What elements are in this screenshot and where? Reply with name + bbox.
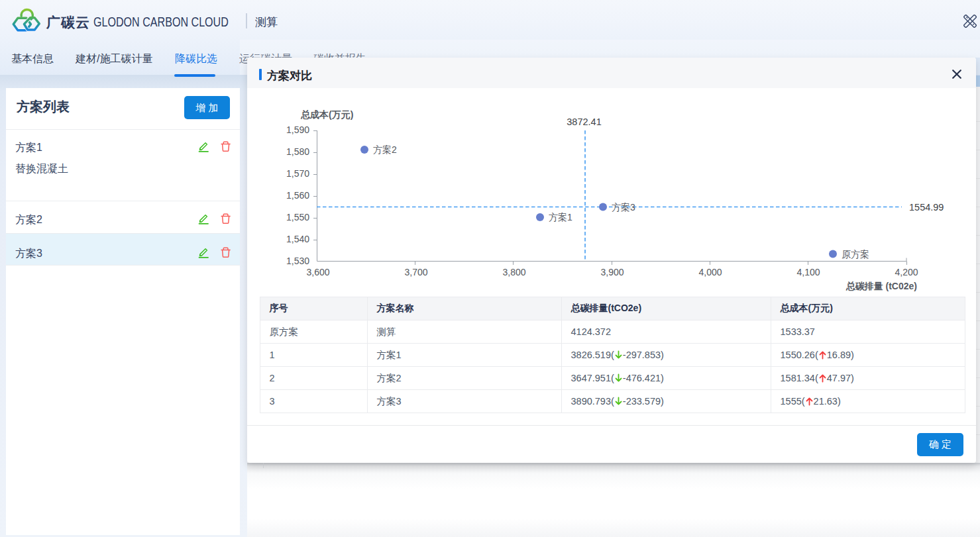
svg-text:方案1: 方案1: [549, 212, 572, 222]
svg-text:4,000: 4,000: [698, 267, 722, 277]
svg-text:3872.41: 3872.41: [567, 117, 601, 127]
svg-text:方案2: 方案2: [373, 144, 397, 155]
svg-text:1,550: 1,550: [286, 212, 309, 222]
svg-text:1,570: 1,570: [286, 168, 309, 179]
svg-text:1,530: 1,530: [286, 256, 309, 266]
svg-text:1554.99: 1554.99: [909, 202, 944, 213]
svg-text:3,800: 3,800: [502, 267, 525, 277]
svg-text:3,900: 3,900: [600, 267, 624, 277]
svg-text:总碳排量 (tC02e): 总碳排量 (tC02e): [845, 281, 917, 291]
svg-text:总成本(万元): 总成本(万元): [300, 109, 353, 120]
svg-text:4,100: 4,100: [796, 267, 820, 277]
svg-text:3,600: 3,600: [306, 267, 329, 277]
svg-text:1,560: 1,560: [286, 190, 309, 201]
svg-text:1,590: 1,590: [286, 124, 309, 135]
svg-text:1,580: 1,580: [286, 146, 309, 157]
svg-text:1,540: 1,540: [286, 234, 309, 244]
svg-text:原方案: 原方案: [842, 249, 869, 260]
svg-text:4,200: 4,200: [895, 267, 918, 277]
svg-text:方案3: 方案3: [612, 202, 635, 213]
svg-text:3,700: 3,700: [404, 267, 427, 277]
